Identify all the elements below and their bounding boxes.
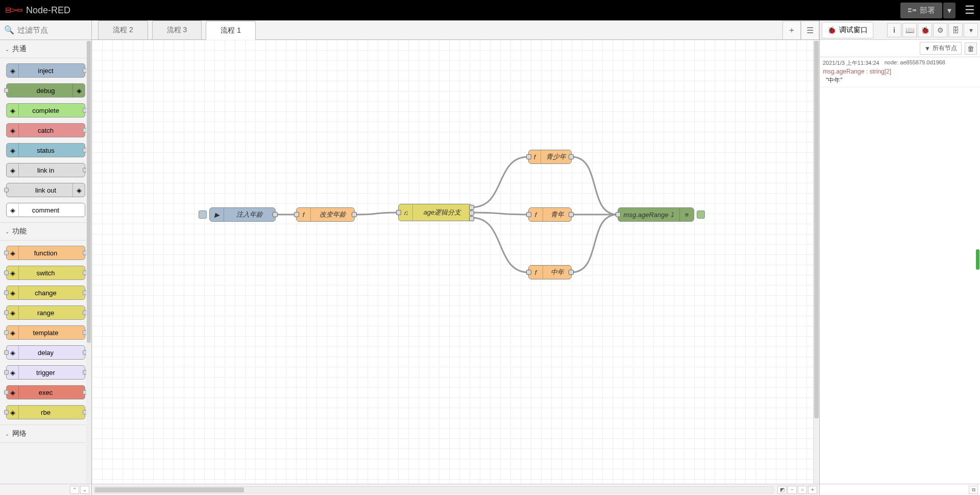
node-input-port[interactable] [396,210,401,215]
node-type-icon: ◈ [7,64,19,77]
zoom-reset-button[interactable]: ○ [798,486,807,494]
palette-node-label: exec [39,389,53,396]
palette-node-link-out[interactable]: ◈link out [6,183,85,197]
palette-node-rbe[interactable]: ◈rbe [6,405,85,419]
flow-tab[interactable]: 流程 3 [152,20,202,39]
canvas-vscrollbar[interactable] [813,40,819,484]
node-output-port[interactable] [469,205,474,210]
node-input-port[interactable] [4,390,9,395]
node-output-port[interactable] [569,270,574,275]
debug-window-button[interactable]: ⧉ [969,486,978,494]
node-output-port[interactable] [273,212,278,217]
node-output-port[interactable] [352,212,357,217]
flow-node-switch[interactable]: ⎌age逻辑分支 [398,204,472,221]
node-output-port[interactable] [469,210,474,216]
main-menu-button[interactable]: ☰ [965,4,975,17]
palette-scroll[interactable]: ⌄ 共通◈inject◈debug◈complete◈catch◈status◈… [0,40,91,484]
sidebar-scrollbar[interactable] [975,57,980,484]
node-output-port[interactable] [569,154,574,159]
node-input-port[interactable] [526,212,531,217]
palette-search-input[interactable] [17,26,87,34]
node-input-port[interactable] [4,188,9,193]
node-output-port[interactable] [569,212,574,217]
canvas-viewport[interactable]: ▶注入年龄f改变年龄⎌age逻辑分支f青少年f青年f中年msg.ageRange… [92,40,819,484]
node-input-port[interactable] [294,212,299,217]
flow-wire[interactable] [355,213,398,215]
debug-message[interactable]: 2021/1/3 上午11:34:24node: ae855879.0d1968… [820,57,980,87]
palette-node-status[interactable]: ◈status [6,143,85,157]
flow-tab[interactable]: 流程 2 [98,20,148,39]
palette-node-delay[interactable]: ◈delay [6,345,85,360]
sidebar-tabs: 🐞 调试窗口 i 📖 🐞 ⚙ 🗄 ▾ [820,20,980,40]
palette-category[interactable]: ⌄ 共通 [0,40,91,58]
palette-node-exec[interactable]: ◈exec [6,385,85,399]
palette-search[interactable]: 🔍 [0,20,91,40]
navigator-button[interactable]: ◩ [777,486,787,494]
sidebar-debug-button[interactable]: 🐞 [918,23,932,37]
flow-node-inject[interactable]: ▶注入年龄 [209,207,276,222]
node-input-port[interactable] [4,251,9,255]
sidebar-context-button[interactable]: 🗄 [948,23,963,37]
palette-node-function[interactable]: ◈function [6,246,85,260]
zoom-out-button[interactable]: − [788,486,797,494]
node-input-port[interactable] [4,350,9,355]
palette-node-switch[interactable]: ◈switch [6,266,85,280]
zoom-in-button[interactable]: + [808,486,817,494]
debug-toggle-button[interactable] [697,210,705,219]
debug-messages[interactable]: 2021/1/3 上午11:34:24node: ae855879.0d1968… [820,57,980,484]
sidebar-info-button[interactable]: i [887,23,901,37]
list-flows-button[interactable]: ☰ [801,21,819,39]
flow-node-function[interactable]: f青少年 [528,150,572,164]
palette-node-complete[interactable]: ◈complete [6,103,85,117]
palette-node-link-in[interactable]: ◈link in [6,163,85,177]
deploy-dropdown[interactable]: ▾ [943,3,955,18]
palette-node-change[interactable]: ◈change [6,286,85,300]
node-input-port[interactable] [4,88,9,93]
add-flow-button[interactable]: ＋ [782,21,801,39]
palette-node-catch[interactable]: ◈catch [6,123,85,137]
flow-node-function[interactable]: f青年 [528,207,572,222]
palette-scrollbar[interactable] [86,40,91,484]
palette-node-range[interactable]: ◈range [6,305,85,320]
palette-node-label: inject [38,67,53,75]
inject-trigger-button[interactable] [199,210,207,219]
flow-tab[interactable]: 流程 1 [206,21,256,40]
palette-node-template[interactable]: ◈template [6,325,85,340]
flow-wire[interactable] [572,157,618,215]
flow-wire[interactable] [572,215,618,272]
palette-node-trigger[interactable]: ◈trigger [6,365,85,380]
flow-canvas[interactable]: ▶注入年龄f改变年龄⎌age逻辑分支f青少年f青年f中年msg.ageRange… [92,40,819,484]
palette-category[interactable]: ⌄ 功能 [0,222,91,241]
node-output-port[interactable] [469,216,474,221]
flow-wire[interactable] [472,213,528,215]
flow-wire[interactable] [472,157,528,207]
sidebar-tab-debug[interactable]: 🐞 调试窗口 [822,22,873,38]
palette-node-comment[interactable]: ◈comment [6,203,85,217]
node-input-port[interactable] [4,311,9,315]
flow-wire[interactable] [472,218,528,272]
debug-filter-button[interactable]: ▼ 所有节点 [920,42,962,55]
node-input-port[interactable] [616,212,621,217]
palette-node-debug[interactable]: ◈debug [6,83,85,98]
node-input-port[interactable] [4,410,9,415]
flow-node-function[interactable]: f中年 [528,265,572,279]
palette-expand-all[interactable]: ⌄ [80,486,89,494]
flow-node-function[interactable]: f改变年龄 [296,207,355,222]
palette-node-inject[interactable]: ◈inject [6,63,85,78]
sidebar-config-button[interactable]: ⚙ [933,23,947,37]
flow-node-debug[interactable]: msg.ageRange ⤵≡ [618,207,694,222]
palette-node-label: switch [36,269,55,277]
deploy-button[interactable]: 部署 [900,3,942,18]
debug-clear-button[interactable]: 🗑 [965,42,977,55]
node-input-port[interactable] [4,271,9,275]
node-input-port[interactable] [4,331,9,335]
node-input-port[interactable] [4,291,9,295]
palette-collapse-all[interactable]: ⌃ [70,486,79,494]
canvas-hscrollbar[interactable] [94,486,773,493]
node-input-port[interactable] [526,154,531,159]
sidebar-help-button[interactable]: 📖 [902,23,917,37]
palette-category[interactable]: ⌄ 网络 [0,425,91,443]
sidebar-dropdown-button[interactable]: ▾ [964,23,978,37]
node-input-port[interactable] [526,270,531,275]
node-input-port[interactable] [4,370,9,375]
